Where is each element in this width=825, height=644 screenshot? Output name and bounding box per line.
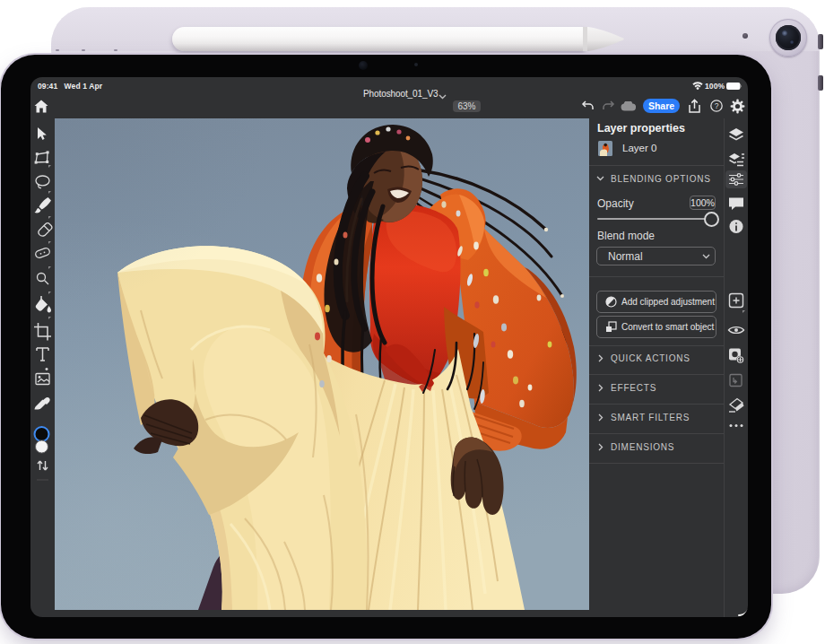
svg-text:?: ? <box>715 101 719 110</box>
